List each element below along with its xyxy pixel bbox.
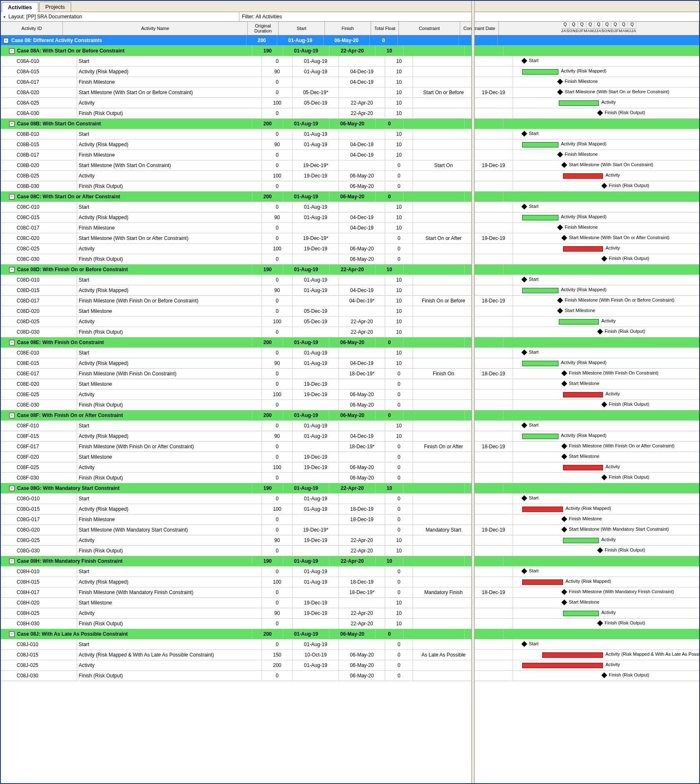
table-row[interactable]: C08B-030Finish (Risk Output)006-May-200F…: [1, 181, 699, 192]
header-original-duration[interactable]: Original Duration: [248, 22, 279, 35]
table-row[interactable]: C08B-025Activity10019-Dec-1906-May-200Ac…: [1, 171, 699, 181]
collapse-icon[interactable]: −: [9, 48, 15, 54]
collapse-icon[interactable]: −: [9, 413, 15, 418]
table-row[interactable]: C08B-015Activity (Risk Mapped)9001-Aug-1…: [1, 140, 699, 150]
gantt-bar[interactable]: [559, 100, 599, 106]
table-row[interactable]: C08G-015Activity (Risk Mapped)10001-Aug-…: [1, 504, 699, 514]
table-row[interactable]: C08G-017Finish Milestone018-Dec-190Finis…: [1, 514, 699, 525]
table-row[interactable]: C08E-030Finish (Risk Output)006-May-200F…: [1, 400, 699, 410]
table-row[interactable]: C08E-015Activity (Risk Mapped)9001-Aug-1…: [1, 358, 699, 369]
table-row[interactable]: C08C-030Finish (Risk Output)006-May-200F…: [1, 254, 699, 265]
gantt-bar[interactable]: [522, 434, 558, 439]
gantt-bar[interactable]: [522, 663, 603, 668]
table-row[interactable]: C08G-025Activity9019-Dec-1922-Apr-2010Ac…: [1, 535, 699, 546]
gantt-bar[interactable]: [522, 579, 563, 585]
table-row[interactable]: C08C-015Activity (Risk Mapped)9001-Aug-1…: [1, 212, 699, 223]
table-row[interactable]: −Case 08: Different Activity Constraints…: [1, 35, 699, 46]
gantt-bar[interactable]: [522, 142, 558, 147]
table-row[interactable]: C08F-030Finish (Risk Output)006-May-200F…: [1, 473, 699, 483]
tab-projects[interactable]: Projects: [39, 2, 71, 12]
gantt-bar[interactable]: [542, 652, 603, 658]
table-row[interactable]: C08E-010Start001-Aug-1910Start: [1, 348, 699, 358]
table-row[interactable]: C08A-020Start Milestone (With Start On o…: [1, 87, 699, 98]
collapse-icon[interactable]: −: [9, 121, 15, 127]
table-row[interactable]: C08G-020Start Milestone (With Mandatory …: [1, 525, 699, 535]
table-row[interactable]: C08F-025Activity10019-Dec-1906-May-200Ac…: [1, 462, 699, 473]
header-constraint-date[interactable]: Constraint Date: [460, 22, 499, 35]
pane-splitter[interactable]: [471, 1, 475, 783]
gantt-bar[interactable]: [522, 69, 558, 75]
table-row[interactable]: C08G-010Start001-Aug-190Start: [1, 494, 699, 504]
gantt-bar[interactable]: [563, 246, 603, 252]
table-row[interactable]: C08H-015Activity (Risk Mapped)10001-Aug-…: [1, 577, 699, 587]
table-row[interactable]: C08E-025Activity10019-Dec-1906-May-200Ac…: [1, 390, 699, 400]
gantt-bar[interactable]: [522, 215, 558, 220]
table-row[interactable]: C08C-025Activity10019-Dec-1906-May-200Ac…: [1, 244, 699, 254]
filter-display[interactable]: Filter: All Activities: [239, 12, 699, 21]
table-row[interactable]: −Case 08A: With Start On or Before Const…: [1, 46, 699, 56]
table-row[interactable]: C08B-010Start001-Aug-1910Start: [1, 129, 699, 140]
table-row[interactable]: −Case 08D: With Finish On or Before Cons…: [1, 265, 699, 275]
table-row[interactable]: C08J-025Activity20001-Aug-1906-May-200Ac…: [1, 660, 699, 671]
table-row[interactable]: C08J-010Start001-Aug-190Start: [1, 639, 699, 650]
table-row[interactable]: C08J-015Activity (Risk Mapped & With As …: [1, 650, 699, 660]
table-row[interactable]: C08A-030Finish (Risk Output)022-Apr-2010…: [1, 108, 699, 119]
table-row[interactable]: C08H-030Finish (Risk Output)022-Apr-2010…: [1, 619, 699, 629]
table-row[interactable]: C08F-020Start Milestone019-Dec-190Start …: [1, 452, 699, 462]
table-row[interactable]: C08E-020Start Milestone019-Dec-190Start …: [1, 379, 699, 390]
header-start[interactable]: Start: [279, 22, 325, 35]
table-row[interactable]: −Case 08J: With As Late As Possible Cons…: [1, 629, 699, 639]
table-row[interactable]: C08E-017Finish Milestone (With Finish On…: [1, 369, 699, 379]
table-row[interactable]: C08D-017Finish Milestone (With Finish On…: [1, 296, 699, 306]
table-row[interactable]: C08B-017Finish Milestone004-Dec-1910Fini…: [1, 150, 699, 160]
table-row[interactable]: −Case 08E: With Finish On Constraint2000…: [1, 337, 699, 348]
gantt-bar[interactable]: [563, 392, 603, 397]
table-row[interactable]: C08B-020Start Milestone (With Start On C…: [1, 160, 699, 171]
table-row[interactable]: C08A-017Finish Milestone004-Dec-1910Fini…: [1, 77, 699, 87]
table-row[interactable]: C08D-025Activity10005-Dec-1922-Apr-2010A…: [1, 317, 699, 327]
collapse-icon[interactable]: −: [9, 340, 15, 345]
table-row[interactable]: C08H-025Activity9019-Dec-1922-Apr-2010Ac…: [1, 608, 699, 619]
collapse-icon[interactable]: −: [9, 486, 15, 491]
table-row[interactable]: C08D-030Finish (Risk Output)022-Apr-2010…: [1, 327, 699, 337]
table-row[interactable]: C08A-025Activity10005-Dec-1922-Apr-2010A…: [1, 98, 699, 108]
table-row[interactable]: −Case 08F: With Finish On or After Const…: [1, 410, 699, 421]
gantt-bar[interactable]: [563, 611, 599, 616]
table-row[interactable]: C08A-010Start001-Aug-1910Start: [1, 56, 699, 67]
table-row[interactable]: C08A-015Activity (Risk Mapped)9001-Aug-1…: [1, 67, 699, 77]
collapse-icon[interactable]: −: [9, 267, 15, 272]
table-row[interactable]: C08H-017Finish Milestone (With Mandatory…: [1, 587, 699, 598]
table-row[interactable]: −Case 08H: With Mandatory Finish Constra…: [1, 556, 699, 567]
header-finish[interactable]: Finish: [325, 22, 371, 35]
header-activity-id[interactable]: Activity ID: [1, 22, 63, 35]
table-row[interactable]: −Case 08G: With Mandatory Start Constrai…: [1, 483, 699, 494]
table-row[interactable]: C08J-030Finish (Risk Output)006-May-200F…: [1, 671, 699, 681]
gantt-bar[interactable]: [522, 361, 558, 366]
collapse-icon[interactable]: −: [9, 632, 15, 637]
table-row[interactable]: C08H-020Start Milestone019-Dec-1910Start…: [1, 598, 699, 608]
table-row[interactable]: C08C-017Finish Milestone004-Dec-1910Fini…: [1, 223, 699, 233]
gantt-bar[interactable]: [559, 319, 599, 325]
gantt-bar[interactable]: [522, 507, 563, 512]
table-row[interactable]: C08D-015Activity (Risk Mapped)9001-Aug-1…: [1, 285, 699, 296]
table-row[interactable]: C08D-020Start Milestone005-Dec-1910Start…: [1, 306, 699, 317]
gantt-bar[interactable]: [563, 173, 603, 179]
header-activity-name[interactable]: Activity Name: [63, 22, 248, 35]
collapse-icon[interactable]: −: [3, 38, 9, 43]
gantt-bar[interactable]: [563, 465, 603, 470]
table-row[interactable]: C08C-020Start Milestone (With Start On o…: [1, 233, 699, 244]
gantt-bar[interactable]: [522, 288, 558, 293]
table-row[interactable]: −Case 08B: With Start On Constraint20001…: [1, 119, 699, 129]
header-constraint[interactable]: Constraint: [399, 22, 460, 35]
table-row[interactable]: C08F-010Start001-Aug-1910Start: [1, 421, 699, 431]
layout-selector[interactable]: ▾ Layout: [PP] SRA Documentation: [1, 12, 239, 21]
collapse-icon[interactable]: −: [9, 194, 15, 200]
tab-activities[interactable]: Activities: [2, 2, 38, 12]
table-row[interactable]: C08D-010Start001-Aug-1910Start: [1, 275, 699, 285]
gantt-bar[interactable]: [563, 538, 599, 543]
header-total-float[interactable]: Total Float: [371, 22, 399, 35]
table-row[interactable]: −Case 08C: With Start On or After Constr…: [1, 192, 699, 202]
table-row[interactable]: C08H-010Start001-Aug-190Start: [1, 567, 699, 577]
table-row[interactable]: C08F-015Activity (Risk Mapped)9001-Aug-1…: [1, 431, 699, 442]
table-row[interactable]: C08G-030Finish (Risk Output)022-Apr-2010…: [1, 546, 699, 556]
